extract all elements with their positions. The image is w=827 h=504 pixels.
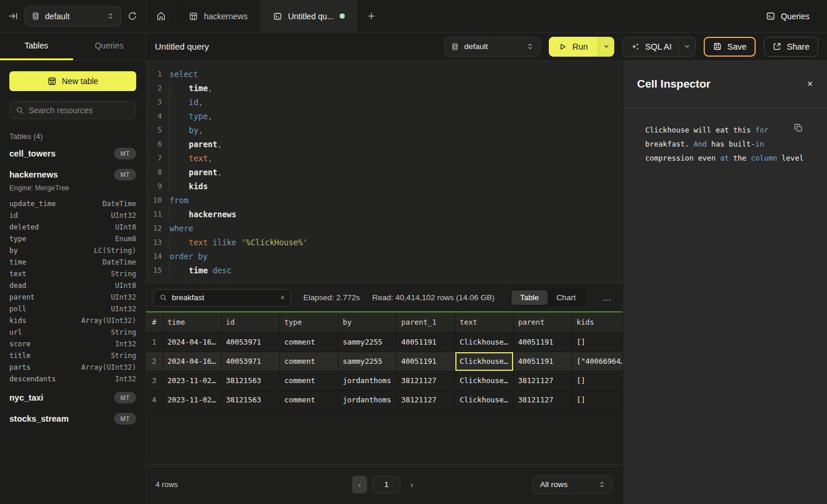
table-list-item[interactable]: hackernewsMT [9,166,136,183]
code-line: 5by, [146,123,622,137]
sql-ai-button[interactable]: SQL AI [622,37,695,57]
table-cell[interactable]: [] [572,371,622,390]
results-search-input[interactable] [172,293,275,302]
close-icon[interactable]: × [807,78,813,90]
code-line: 2time, [146,81,622,95]
share-button[interactable]: Share [764,37,818,57]
previous-page-button[interactable]: ‹ [352,476,367,493]
table-list-item[interactable]: nyc_taxiMT [9,390,136,406]
run-button[interactable]: Run [549,37,598,57]
refresh-icon[interactable] [127,11,137,21]
table-cell[interactable]: sammy2255 [338,332,396,352]
table-cell[interactable]: 38121563 [221,371,279,390]
column-header[interactable]: parent [513,312,572,332]
table-cell[interactable]: 38121127 [396,390,455,409]
next-page-button[interactable]: › [406,480,418,489]
view-toggle-chart[interactable]: Chart [548,290,584,305]
code-line: 13text ilike '%ClickHouse%' [146,235,622,249]
indent-guide [169,109,189,123]
table-cell[interactable]: Clickhouse… [455,332,513,352]
page-size-selector[interactable]: All rows [532,475,613,494]
column-header[interactable]: kids [572,312,622,332]
table-cell[interactable]: sammy2255 [338,352,396,371]
engine-badge: MT [114,148,136,159]
cell-inspector-header: Cell Inspector × [623,61,827,108]
column-header[interactable]: by [338,312,396,332]
row-number-cell[interactable]: 1 [146,332,162,352]
table-cell[interactable]: 40051191 [396,352,455,371]
table-list-item[interactable]: cell_towersMT [9,145,136,162]
table-cell[interactable]: 38121127 [513,371,572,390]
table-list-item[interactable]: stocks_streamMT [9,411,136,427]
sidebar-search[interactable] [9,101,136,119]
column-header[interactable]: parent_1 [396,312,455,332]
sidebar-search-input[interactable] [29,106,130,115]
sparkles-icon [631,42,640,51]
sidebar-tab-tables[interactable]: Tables [0,33,73,60]
table-cell[interactable]: 40051191 [513,332,572,352]
view-toggle-table[interactable]: Table [511,290,548,305]
more-options-button[interactable]: … [598,293,615,303]
column-header[interactable]: id [221,312,279,332]
indent-guide [169,137,189,151]
run-options-button[interactable] [598,37,614,57]
table-cell[interactable]: comment [279,390,338,409]
tab-home[interactable] [146,0,177,32]
table-cell[interactable]: 38121127 [513,390,572,409]
save-button[interactable]: Save [704,37,756,57]
page-number-input[interactable]: 1 [372,476,400,493]
run-label: Run [572,42,588,51]
sql-ai-options-button[interactable] [679,37,695,56]
column-row: textString [9,268,136,280]
column-header[interactable]: time [162,312,221,332]
sql-editor[interactable]: 1select2time,3id,4type,5by,6parent,7text… [146,61,622,283]
run-button-group: Run [549,37,614,57]
table-cell[interactable]: jordanthoms [338,390,396,409]
table-cell[interactable]: 38121127 [396,371,455,390]
table-cell[interactable]: 38121563 [221,390,279,409]
topbar-database-selector[interactable]: default [25,6,121,26]
clear-search-icon[interactable]: × [280,293,285,302]
results-search[interactable]: × [153,289,291,307]
table-cell[interactable]: ["40066964… [572,352,622,371]
column-header[interactable]: type [279,312,338,332]
table-cell[interactable]: [] [572,332,622,352]
new-tab-button[interactable] [358,0,385,32]
sidebar-tab-queries[interactable]: Queries [73,33,146,60]
column-header[interactable]: # [146,312,162,332]
tab-hackernews[interactable]: hackernews [177,0,261,32]
table-cell[interactable]: comment [279,352,338,371]
table-cell[interactable]: 2023-11-02… [162,390,221,409]
row-number-cell[interactable]: 2 [146,352,162,371]
row-number-cell[interactable]: 3 [146,371,162,390]
new-table-button[interactable]: New table [9,71,136,91]
table-cell[interactable]: comment [279,332,338,352]
copy-icon[interactable] [794,123,803,133]
indent-guide [169,263,189,277]
table-cell[interactable]: [] [572,390,622,409]
table-cell[interactable]: jordanthoms [338,371,396,390]
table-cell[interactable]: 2024-04-16… [162,332,221,352]
table-cell[interactable]: Clickhouse… [455,390,513,409]
engine-badge: MT [114,413,136,425]
collapse-sidebar-icon[interactable] [8,11,18,21]
row-number-cell[interactable]: 4 [146,390,162,409]
search-icon [16,106,24,114]
table-cell[interactable]: 40053971 [221,332,279,352]
table-cell[interactable]: Clickhouse… [455,371,513,390]
table-cell[interactable]: 2024-04-16… [162,352,221,371]
page-size-value: All rows [540,480,568,489]
column-header[interactable]: text [455,312,513,332]
queries-button[interactable]: Queries [766,0,827,32]
column-row: descendantsInt32 [9,373,136,385]
table-cell[interactable]: comment [279,371,338,390]
tab-untitled-query[interactable]: Untitled qu... [261,0,358,32]
table-cell[interactable]: 40051191 [396,332,455,352]
table-cell[interactable]: Clickhouse… [455,352,513,371]
line-number: 9 [146,179,162,193]
table-cell[interactable]: 40053971 [221,352,279,371]
toolbar-database-selector[interactable]: default [444,37,541,57]
code-line: 6parent, [146,137,622,151]
table-cell[interactable]: 40051191 [513,352,572,371]
table-cell[interactable]: 2023-11-02… [162,371,221,390]
